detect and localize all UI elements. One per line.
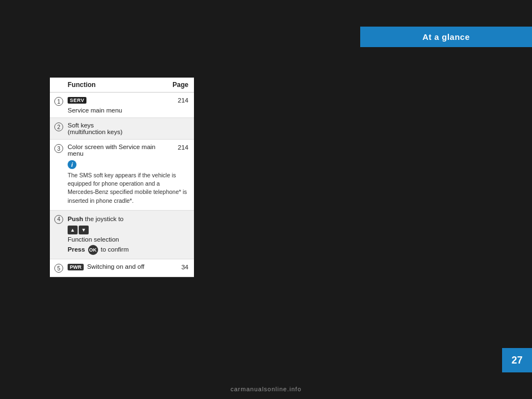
switching-label: PWR Switching on and off <box>68 263 173 270</box>
joystick-text: the joystick to <box>85 216 124 222</box>
arrow-buttons: ▲ ▼ <box>68 226 89 234</box>
row-4-content: Push the joystick to ▲ ▼ Function select… <box>65 214 173 255</box>
press-confirm-line: Press OK to confirm <box>68 245 173 255</box>
row-number-2: 2 <box>54 122 65 131</box>
info-text: The SMS soft key appears if the vehicle … <box>68 171 188 205</box>
table-row: 1 SERV Service main menu 214 <box>50 93 194 118</box>
row-2-page <box>173 122 188 122</box>
table-row: 2 Soft keys(multifunction keys) <box>50 118 194 140</box>
row-number-3: 3 <box>54 144 65 157</box>
pwr-badge: PWR <box>68 264 84 270</box>
arrow-down-btn: ▼ <box>79 226 89 234</box>
row-4-page <box>173 214 188 215</box>
table-row: 4 Push the joystick to ▲ ▼ Function sele… <box>50 211 194 259</box>
push-label: Push <box>68 216 83 222</box>
table-row: 5 PWR Switching on and off 34 <box>50 259 194 277</box>
confirm-text: to confirm <box>101 246 129 253</box>
col-function-header: Function <box>68 81 96 89</box>
arrow-up-btn: ▲ <box>68 226 78 234</box>
ok-badge: OK <box>88 245 98 255</box>
row-1-page: 214 <box>173 96 188 104</box>
watermark: carmanualsonline.info <box>0 379 532 399</box>
row-5-content: PWR Switching on and off <box>65 263 173 270</box>
row-1-content: SERV Service main menu <box>65 96 173 114</box>
color-screen-label: Color screen with Service main menu <box>68 144 173 157</box>
press-label: Press <box>68 246 85 253</box>
switching-text: Switching on and off <box>87 263 144 270</box>
info-icon: i <box>68 160 76 169</box>
function-selection-label: Function selection <box>68 236 173 243</box>
row-number-1: 1 <box>54 96 65 106</box>
serv-badge: SERV <box>68 97 86 104</box>
table-row: 3 Color screen with Service main menu 21… <box>50 140 194 211</box>
row-3-content: Color screen with Service main menu <box>65 144 173 157</box>
row-5-page: 34 <box>173 263 188 270</box>
row-number-4: 4 <box>54 214 65 224</box>
push-joystick-line: Push the joystick to <box>68 214 173 224</box>
table-header: Function Page <box>50 78 194 93</box>
col-page-header: Page <box>172 81 188 89</box>
row-number-5: 5 <box>54 263 65 273</box>
row-2-content: Soft keys(multifunction keys) <box>65 122 173 135</box>
page-number-box: 27 <box>502 348 532 372</box>
main-table: Function Page 1 SERV Service main menu 2… <box>50 78 194 277</box>
row-3-page: 214 <box>173 144 188 157</box>
at-a-glance-tab: At a glance <box>360 27 532 47</box>
soft-keys-label: Soft keys(multifunction keys) <box>68 122 173 135</box>
service-main-label: Service main menu <box>68 107 173 114</box>
